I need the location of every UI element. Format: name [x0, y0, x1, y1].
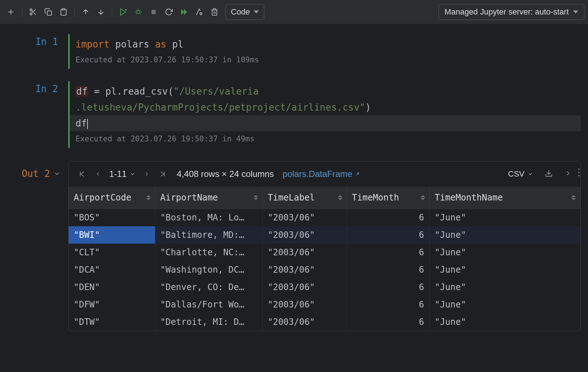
table-cell[interactable]: 6	[347, 278, 429, 296]
chevron-down-icon[interactable]	[54, 170, 60, 177]
dataframe-type-link[interactable]: polars.DataFrame	[283, 169, 360, 179]
table-cell[interactable]: "BWI"	[69, 226, 155, 244]
delete-cell-button[interactable]	[207, 5, 222, 19]
debug-button[interactable]	[131, 5, 146, 19]
expand-button[interactable]	[564, 170, 572, 178]
column-header[interactable]: TimeLabel	[262, 187, 347, 209]
sort-icon[interactable]	[254, 195, 258, 200]
table-cell[interactable]: 6	[347, 261, 429, 278]
table-cell[interactable]: "DEN"	[69, 278, 155, 296]
table-row[interactable]: "CLT""Charlotte, NC:…"2003/06"6"June"	[69, 244, 580, 261]
paste-button[interactable]	[56, 5, 71, 19]
cell-label: In 2	[0, 81, 68, 94]
column-header[interactable]: TimeMonth	[347, 187, 429, 209]
cell-type-dropdown[interactable]: Code	[225, 4, 264, 20]
code-input[interactable]: import polars as pl Executed at 2023.07.…	[68, 34, 581, 69]
table-cell[interactable]: 6	[347, 209, 429, 227]
copy-button[interactable]	[41, 5, 56, 19]
cell-in-2[interactable]: In 2 df = pl.read_csv("/Users/valeria .l…	[0, 81, 588, 148]
stop-button[interactable]	[146, 5, 161, 19]
table-cell[interactable]: "DCA"	[69, 261, 155, 278]
cut-button[interactable]	[26, 5, 40, 19]
code-input[interactable]: df = pl.read_csv("/Users/valeria .letush…	[68, 81, 581, 148]
table-row[interactable]: "DTW""Detroit, MI: D…"2003/06"6"June"	[69, 313, 580, 331]
table-cell[interactable]: "June"	[429, 244, 580, 261]
table-row[interactable]: "BOS""Boston, MA: Lo…"2003/06"6"June"	[69, 209, 580, 227]
table-cell[interactable]: 6	[347, 296, 429, 313]
dataframe-table[interactable]: AirportCodeAirportNameTimeLabelTimeMonth…	[69, 187, 580, 331]
toolbar-separator	[74, 7, 75, 17]
table-cell[interactable]: "Baltimore, MD:…	[155, 226, 262, 244]
table-cell[interactable]: "Dallas/Fort Wo…	[155, 296, 262, 313]
table-cell[interactable]: 6	[347, 313, 429, 331]
dataframe-toolbar: 1-11 4,408 rows × 24 columns polars.Data…	[69, 161, 580, 187]
cell-label: Out 2	[22, 168, 50, 179]
table-cell[interactable]: "BOS"	[69, 209, 155, 227]
table-cell[interactable]: "2003/06"	[262, 261, 347, 278]
restart-kernel-button[interactable]	[162, 5, 176, 19]
last-page-button[interactable]	[158, 169, 167, 179]
chevron-down-icon	[573, 11, 578, 13]
more-options-button[interactable]: ⋮	[574, 167, 584, 178]
table-cell[interactable]: "Boston, MA: Lo…	[155, 209, 262, 227]
export-format-dropdown[interactable]: CSV	[508, 169, 533, 179]
column-header[interactable]: AirportCode	[69, 187, 155, 209]
table-cell[interactable]: 6	[347, 226, 429, 244]
svg-point-2	[30, 9, 32, 11]
table-cell[interactable]: "DFW"	[69, 296, 155, 313]
table-row[interactable]: "DCA""Washington, DC…"2003/06"6"June"	[69, 261, 580, 278]
table-cell[interactable]: "2003/06"	[262, 244, 347, 261]
table-cell[interactable]: 6	[347, 244, 429, 261]
execution-status: Executed at 2023.07.26 19:50:37 in 49ms	[75, 131, 581, 146]
sort-icon[interactable]	[338, 195, 342, 200]
cell-type-label: Code	[231, 7, 250, 17]
prev-page-button[interactable]	[93, 169, 103, 179]
svg-line-6	[32, 11, 33, 12]
table-cell[interactable]: "Denver, CO: De…	[155, 278, 262, 296]
table-row[interactable]: "BWI""Baltimore, MD:…"2003/06"6"June"	[69, 226, 580, 244]
cell-out-2: Out 2 1-11	[0, 161, 588, 331]
server-label: Managed Jupyter server: auto-start	[445, 7, 569, 17]
table-cell[interactable]: "2003/06"	[262, 209, 347, 227]
first-page-button[interactable]	[77, 169, 87, 179]
move-up-button[interactable]	[78, 5, 93, 19]
table-row[interactable]: "DFW""Dallas/Fort Wo…"2003/06"6"June"	[69, 296, 580, 313]
table-cell[interactable]: "June"	[429, 226, 580, 244]
download-button[interactable]	[545, 169, 553, 179]
table-cell[interactable]: "Charlotte, NC:…	[155, 244, 262, 261]
sort-icon[interactable]	[571, 195, 576, 200]
run-cell-button[interactable]	[116, 5, 130, 19]
table-cell[interactable]: "June"	[429, 313, 580, 331]
table-cell[interactable]: "DTW"	[69, 313, 155, 331]
table-cell[interactable]: "June"	[429, 278, 580, 296]
table-cell[interactable]: "June"	[429, 296, 580, 313]
table-cell[interactable]: "2003/06"	[262, 313, 347, 331]
run-all-button[interactable]	[177, 5, 191, 19]
table-row[interactable]: "DEN""Denver, CO: De…"2003/06"6"June"	[69, 278, 580, 296]
page-range-dropdown[interactable]: 1-11	[109, 169, 135, 179]
table-cell[interactable]: "CLT"	[69, 244, 155, 261]
svg-line-5	[34, 13, 36, 15]
table-cell[interactable]: "2003/06"	[262, 278, 347, 296]
clear-outputs-button[interactable]	[192, 5, 207, 19]
table-cell[interactable]: "Detroit, MI: D…	[155, 313, 262, 331]
table-cell[interactable]: "June"	[429, 209, 580, 227]
cell-in-1[interactable]: In 1 import polars as pl Executed at 202…	[0, 34, 588, 69]
sort-icon[interactable]	[146, 195, 151, 200]
next-page-button[interactable]	[142, 169, 151, 179]
table-cell[interactable]: "Washington, DC…	[155, 261, 262, 278]
svg-point-24	[200, 13, 202, 15]
sort-icon[interactable]	[421, 195, 425, 200]
table-cell[interactable]: "2003/06"	[262, 296, 347, 313]
column-header[interactable]: AirportName	[155, 187, 262, 209]
column-header[interactable]: TimeMonthName	[429, 187, 580, 209]
cells-container: In 1 import polars as pl Executed at 202…	[0, 24, 588, 331]
svg-point-3	[30, 13, 32, 15]
jupyter-server-dropdown[interactable]: Managed Jupyter server: auto-start	[438, 4, 584, 20]
move-down-button[interactable]	[94, 5, 108, 19]
table-cell[interactable]: "June"	[429, 261, 580, 278]
svg-rect-21	[151, 10, 156, 14]
svg-marker-23	[184, 9, 187, 15]
add-cell-button[interactable]	[4, 5, 18, 19]
table-cell[interactable]: "2003/06"	[262, 226, 347, 244]
